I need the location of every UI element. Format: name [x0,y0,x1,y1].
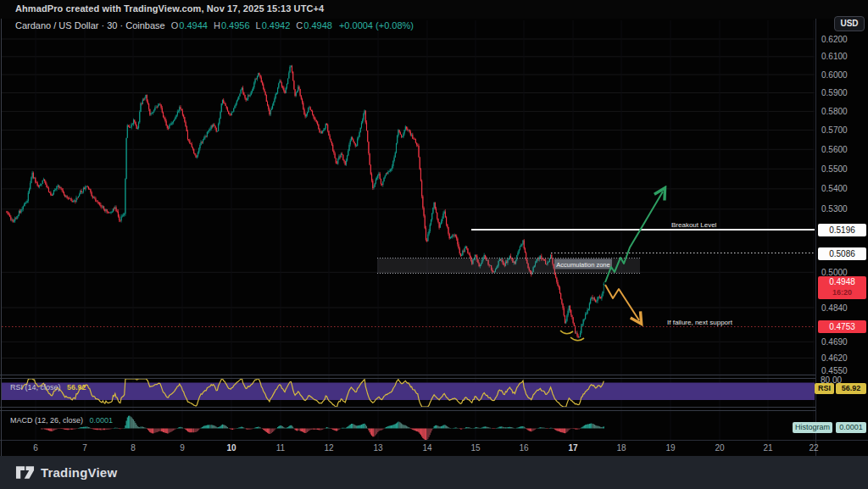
currency-toggle-button[interactable]: USD [834,16,865,31]
double-bottom-arc-2[interactable] [570,337,584,341]
svg-text:21: 21 [763,443,773,453]
rsi-band [2,383,815,401]
tradingview-logo-icon [15,465,35,480]
svg-text:6: 6 [33,443,38,453]
close-value: 0.4948 [303,20,332,31]
tradingview-chart-window: Accumulation zone Breakout Level If fail… [0,0,868,489]
svg-text:11: 11 [276,443,286,453]
change-value: +0.0004 (+0.08%) [339,20,414,31]
macd-title: MACD (12, 26, close) [10,416,83,425]
svg-text:12: 12 [324,443,334,453]
low-label: L [256,20,261,31]
svg-text:0.4550: 0.4550 [821,366,848,375]
attribution-text: AhmadPro created with TradingView.com, N… [15,3,324,14]
footer-strip: TradingView [0,456,868,489]
svg-text:0.5300: 0.5300 [821,204,848,214]
symbol-legend[interactable]: Cardano / US Dollar · 30 · CoinbaseO0.49… [15,20,414,32]
svg-text:19: 19 [665,443,676,453]
svg-text:15: 15 [470,443,481,453]
open-label: O [171,20,179,31]
macd-pane-label[interactable]: MACD (12, 26, close) 0.0001 [10,416,113,425]
svg-text:0.5900: 0.5900 [821,88,848,97]
accumulation-zone-label: Accumulation zone [556,261,609,269]
symbol-title[interactable]: Cardano / US Dollar · 30 · Coinbase [15,20,165,31]
rsi-axis-badge: RSI [815,383,834,394]
last-price-label[interactable]: 0.4948 16:20 [818,276,866,299]
bearish-projection-arrow[interactable] [605,285,639,320]
svg-text:9: 9 [180,443,185,453]
accumulation-zone[interactable]: Accumulation zone [377,258,640,274]
tradingview-logo[interactable]: TradingView [15,465,117,480]
svg-text:10: 10 [226,443,236,453]
bar-countdown: 16:20 [818,288,866,297]
svg-text:16: 16 [519,443,529,453]
open-value: 0.4944 [179,20,208,31]
svg-text:18: 18 [616,443,626,453]
last-price-value: 0.4948 [818,276,866,288]
svg-text:13: 13 [373,443,383,453]
svg-text:20: 20 [715,443,725,453]
svg-text:0.5500: 0.5500 [821,164,848,174]
svg-text:22: 22 [809,443,819,453]
svg-text:0.6000: 0.6000 [821,70,848,80]
low-value: 0.4942 [262,20,291,31]
svg-text:14: 14 [422,443,432,453]
breakout-price-label[interactable]: 0.5196 [818,224,866,236]
rsi-axis-value: 56.92 [836,383,866,394]
rsi-pane-label[interactable]: RSI (14, close) 56.92 [10,383,86,392]
tradingview-logo-text: TradingView [41,465,117,480]
macd-histogram-series [41,416,604,441]
high-value: 0.4956 [221,20,250,31]
attribution-bar: AhmadPro created with TradingView.com, N… [0,0,868,19]
svg-text:0.4840: 0.4840 [821,303,848,313]
svg-text:7: 7 [82,443,87,453]
svg-text:0.5400: 0.5400 [821,184,848,193]
macd-axis-value: 0.0001 [836,422,866,433]
support-price-label[interactable]: 0.4753 [818,320,866,333]
svg-text:8: 8 [131,443,136,453]
failure-support-text[interactable]: If failure, next support [667,319,733,326]
svg-text:0.5700: 0.5700 [821,125,848,135]
mid-price-label[interactable]: 0.5086 [818,247,866,260]
candlestick-series [6,65,604,338]
close-label: C [296,20,303,31]
svg-text:0.4690: 0.4690 [821,337,848,347]
time-axis-ticks[interactable]: 678910111213141516171819202122 [33,443,819,453]
svg-text:0.6200: 0.6200 [821,35,848,44]
rsi-title: RSI (14, close) [10,383,61,392]
svg-text:0.5600: 0.5600 [821,145,848,154]
svg-text:17: 17 [568,443,578,453]
svg-text:0.4620: 0.4620 [821,353,848,363]
high-label: H [214,20,220,31]
breakout-level-text: Breakout Level [671,221,717,229]
macd-histogram-badge: Histogram [793,422,832,433]
rsi-value: 56.92 [67,383,86,392]
svg-text:0.5800: 0.5800 [821,107,848,116]
svg-text:0.6100: 0.6100 [821,52,848,61]
chart-canvas[interactable]: Accumulation zone Breakout Level If fail… [0,0,868,489]
double-bottom-arc-1[interactable] [560,331,573,334]
macd-value: 0.0001 [90,416,114,425]
